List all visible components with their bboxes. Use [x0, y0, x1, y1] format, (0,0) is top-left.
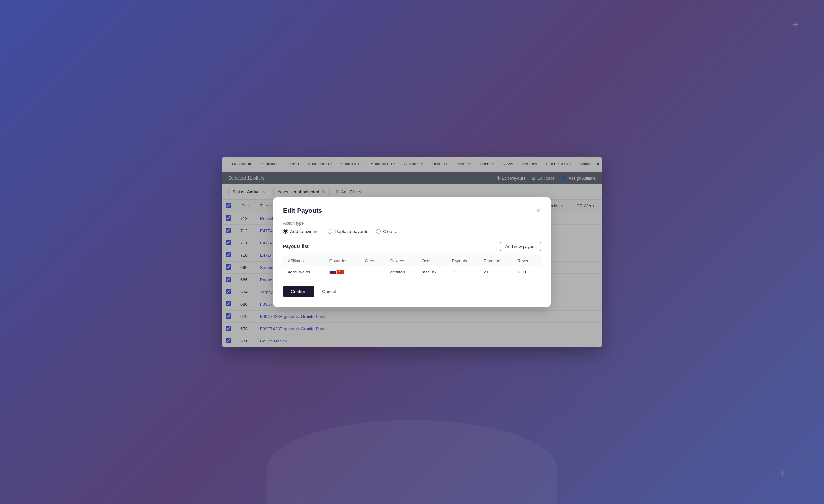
pcol-cities: Cities — [360, 255, 386, 266]
pcell-revenue: 20 — [479, 266, 513, 278]
radio-clear-input[interactable] — [376, 229, 381, 234]
pcol-revenue: Revenue — [479, 255, 513, 266]
flag-ru-icon — [329, 270, 336, 275]
pcol-payouts: Payouts — [447, 255, 479, 266]
pcol-devices: Devices — [386, 255, 417, 266]
confirm-button[interactable]: Confirm — [283, 286, 314, 297]
payouts-list-header: Payouts list Add new payout — [283, 242, 541, 251]
modal-header: Edit Payouts ✕ — [283, 207, 541, 214]
payouts-header-row: Affiliates Countries Cities Devices Oses… — [283, 255, 541, 266]
payouts-list-label: Payouts list — [283, 244, 309, 249]
pcol-affiliates: Affiliates — [283, 255, 325, 266]
modal-close-button[interactable]: ✕ — [535, 207, 541, 214]
pcol-oses: Oses — [417, 255, 447, 266]
pcell-reven: USD — [513, 266, 541, 278]
flag-cn-icon: ★ — [337, 270, 344, 275]
radio-clear-all[interactable]: Clear all — [376, 229, 399, 234]
pcell-affiliates: darell.walter — [283, 266, 325, 278]
radio-replace-payouts[interactable]: Replace payouts — [327, 229, 368, 234]
action-type-label: Action type — [283, 221, 541, 226]
modal-footer: Confirm Cancel — [283, 286, 541, 297]
radio-replace-input[interactable] — [327, 229, 332, 234]
add-new-payout-button[interactable]: Add new payout — [500, 242, 541, 251]
modal-title: Edit Payouts — [283, 207, 322, 214]
pcell-payouts: 12 — [447, 266, 479, 278]
pcell-cities: - — [360, 266, 386, 278]
cancel-button[interactable]: Cancel — [318, 286, 340, 297]
payouts-row: darell.walter ★ - desktop macOS 12 20 — [283, 266, 541, 278]
pcell-devices: desktop — [386, 266, 417, 278]
pcol-countries: Countries — [325, 255, 360, 266]
modal-overlay[interactable]: Edit Payouts ✕ Action type Add to existi… — [0, 0, 824, 504]
edit-payouts-modal: Edit Payouts ✕ Action type Add to existi… — [273, 197, 551, 307]
pcol-reven: Reven — [513, 255, 541, 266]
pcell-oses: macOS — [417, 266, 447, 278]
payouts-table: Affiliates Countries Cities Devices Oses… — [283, 255, 541, 278]
country-flags: ★ — [329, 270, 356, 275]
action-type-radio-group: Add to existing Replace payouts Clear al… — [283, 229, 541, 234]
radio-add-to-existing[interactable]: Add to existing — [283, 229, 320, 234]
pcell-countries: ★ — [325, 266, 360, 278]
radio-add-input[interactable] — [283, 229, 288, 234]
